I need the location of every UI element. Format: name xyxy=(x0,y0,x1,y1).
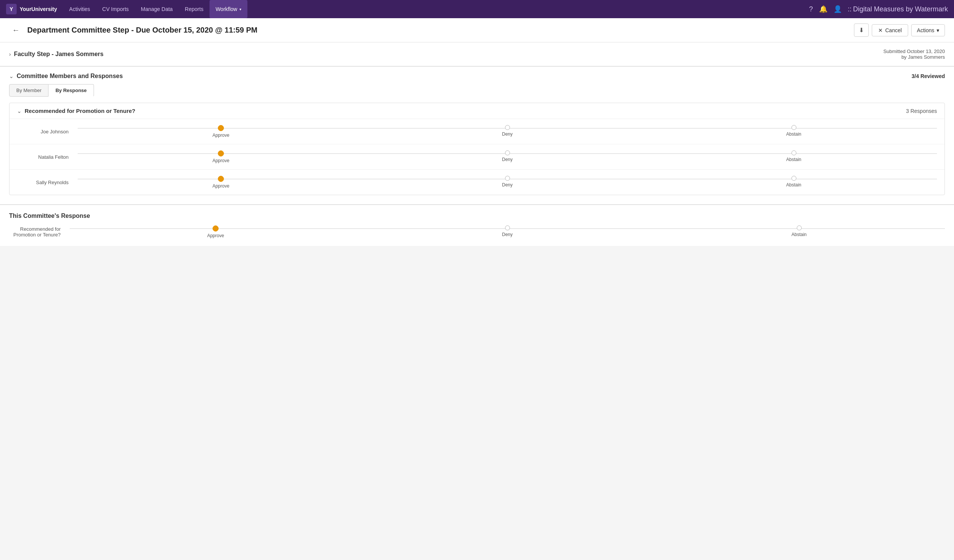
committee-response-track: Approve Deny Abstain xyxy=(70,225,945,238)
radio-options-0: Approve Deny Abstain xyxy=(78,125,937,138)
radio-dot-2-approve[interactable] xyxy=(218,176,224,182)
dm-logo: :: xyxy=(848,5,852,13)
faculty-step-meta: Submitted October 13, 2020 by James Somm… xyxy=(883,48,945,60)
radio-opt-2-deny[interactable]: Deny xyxy=(364,176,651,189)
faculty-step-chevron: › xyxy=(9,51,11,57)
cancel-icon: ✕ xyxy=(878,27,883,33)
nav-workflow[interactable]: Workflow ▾ xyxy=(210,0,247,18)
radio-opt-0-abstain[interactable]: Abstain xyxy=(651,125,937,138)
committee-label-approve: Approve xyxy=(207,233,224,238)
radio-label-1-approve: Approve xyxy=(213,158,230,163)
committee-title: Committee Members and Responses xyxy=(17,73,123,80)
tab-by-member[interactable]: By Member xyxy=(9,84,48,97)
committee-response-options: Approve Deny Abstain xyxy=(70,225,945,238)
nav-reports[interactable]: Reports xyxy=(179,0,210,18)
brand-logo: Y xyxy=(6,4,17,14)
member-row-1-inner: Natalia Felton Approve Deny xyxy=(17,150,937,163)
committee-response-section: This Committee's Response Recommended fo… xyxy=(0,205,954,246)
member-row-2-inner: Sally Reynolds Approve Deny xyxy=(17,176,937,189)
radio-track-1: Approve Deny Abstain xyxy=(78,150,937,163)
committee-toggle[interactable]: ⌄ Committee Members and Responses xyxy=(9,73,123,80)
member-row-0: Joe Johnson Approve Deny xyxy=(9,119,945,144)
responses-toggle[interactable]: ⌄ Recommended for Promotion or Tenure? xyxy=(17,108,135,114)
radio-label-0-abstain: Abstain xyxy=(786,131,801,137)
committee-radio-abstain[interactable]: Abstain xyxy=(653,225,945,238)
responses-chevron: ⌄ xyxy=(17,108,22,114)
radio-options-1: Approve Deny Abstain xyxy=(78,150,937,163)
committee-radio-approve[interactable]: Approve xyxy=(70,225,361,238)
radio-dot-1-deny[interactable] xyxy=(505,150,510,155)
workflow-chevron: ▾ xyxy=(239,7,241,11)
radio-label-1-abstain: Abstain xyxy=(786,157,801,162)
radio-label-1-deny: Deny xyxy=(502,157,513,162)
download-button[interactable]: ⬇ xyxy=(854,23,869,37)
reviewed-badge: 3/4 Reviewed xyxy=(912,73,945,79)
actions-button[interactable]: Actions ▾ xyxy=(911,24,945,36)
tab-by-response[interactable]: By Response xyxy=(48,84,94,97)
committee-radio-deny[interactable]: Deny xyxy=(361,225,653,238)
help-icon[interactable]: ? xyxy=(809,5,813,13)
brand[interactable]: Y YourUniversity xyxy=(6,4,57,14)
responses-count: 3 Responses xyxy=(906,108,937,114)
cancel-button[interactable]: ✕ Cancel xyxy=(872,24,908,36)
radio-opt-0-approve[interactable]: Approve xyxy=(78,125,364,138)
radio-label-0-approve: Approve xyxy=(213,133,230,138)
radio-opt-1-deny[interactable]: Deny xyxy=(364,150,651,163)
member-row-1: Natalia Felton Approve Deny xyxy=(9,144,945,170)
committee-response-row: Recommended for Promotion or Tenure? App… xyxy=(9,225,945,238)
page-header-right: ⬇ ✕ Cancel Actions ▾ xyxy=(854,23,945,37)
page-title: Department Committee Step - Due October … xyxy=(27,26,257,34)
radio-track-2: Approve Deny Abstain xyxy=(78,176,937,189)
committee-response-question: Recommended for Promotion or Tenure? xyxy=(9,226,70,238)
committee-dot-abstain[interactable] xyxy=(797,225,802,230)
nav-links: Activities CV Imports Manage Data Report… xyxy=(63,0,809,18)
committee-chevron: ⌄ xyxy=(9,73,14,79)
responses-title: Recommended for Promotion or Tenure? xyxy=(25,108,135,114)
radio-opt-2-abstain[interactable]: Abstain xyxy=(651,176,937,189)
actions-label: Actions xyxy=(917,27,934,33)
committee-section: ⌄ Committee Members and Responses 3/4 Re… xyxy=(0,67,954,205)
brand-text: YourUniversity xyxy=(20,6,57,12)
committee-label-deny: Deny xyxy=(502,232,513,237)
faculty-step-section: › Faculty Step - James Sommers Submitted… xyxy=(0,42,954,66)
radio-dot-2-abstain[interactable] xyxy=(791,176,796,181)
committee-response-title: This Committee's Response xyxy=(9,213,945,219)
radio-dot-1-abstain[interactable] xyxy=(791,150,796,155)
radio-dot-1-approve[interactable] xyxy=(218,150,224,156)
radio-opt-2-approve[interactable]: Approve xyxy=(78,176,364,189)
submitted-label: Submitted October 13, 2020 xyxy=(883,48,945,54)
committee-dot-deny[interactable] xyxy=(505,225,510,230)
committee-label-abstain: Abstain xyxy=(791,232,807,237)
radio-dot-0-approve[interactable] xyxy=(218,125,224,131)
radio-dot-0-deny[interactable] xyxy=(505,125,510,130)
submitted-by: by James Sommers xyxy=(883,54,945,60)
nav-cv-imports[interactable]: CV Imports xyxy=(96,0,135,18)
committee-tabs: By Member By Response xyxy=(9,84,945,97)
member-name-1: Natalia Felton xyxy=(17,154,78,160)
radio-track-0: Approve Deny Abstain xyxy=(78,125,937,138)
faculty-step-title: Faculty Step - James Sommers xyxy=(14,51,104,58)
page-header: ← Department Committee Step - Due Octobe… xyxy=(0,18,954,42)
responses-header: ⌄ Recommended for Promotion or Tenure? 3… xyxy=(9,103,945,119)
radio-label-2-approve: Approve xyxy=(213,183,230,189)
radio-dot-0-abstain[interactable] xyxy=(791,125,796,130)
responses-box: ⌄ Recommended for Promotion or Tenure? 3… xyxy=(9,103,945,195)
nav-activities[interactable]: Activities xyxy=(63,0,96,18)
bell-icon[interactable]: 🔔 xyxy=(819,5,827,13)
radio-dot-2-deny[interactable] xyxy=(505,176,510,181)
page-header-left: ← Department Committee Step - Due Octobe… xyxy=(9,24,257,36)
committee-dot-approve[interactable] xyxy=(213,225,219,232)
radio-opt-1-approve[interactable]: Approve xyxy=(78,150,364,163)
radio-label-2-abstain: Abstain xyxy=(786,182,801,188)
nav-manage-data[interactable]: Manage Data xyxy=(135,0,179,18)
committee-header: ⌄ Committee Members and Responses 3/4 Re… xyxy=(9,73,945,80)
radio-opt-1-abstain[interactable]: Abstain xyxy=(651,150,937,163)
navbar: Y YourUniversity Activities CV Imports M… xyxy=(0,0,954,18)
member-row-2: Sally Reynolds Approve Deny xyxy=(9,170,945,195)
radio-opt-0-deny[interactable]: Deny xyxy=(364,125,651,138)
cancel-label: Cancel xyxy=(885,27,902,33)
radio-label-0-deny: Deny xyxy=(502,131,513,137)
back-button[interactable]: ← xyxy=(9,24,23,36)
faculty-step-toggle[interactable]: › Faculty Step - James Sommers xyxy=(9,51,103,58)
user-icon[interactable]: 👤 xyxy=(834,5,842,13)
